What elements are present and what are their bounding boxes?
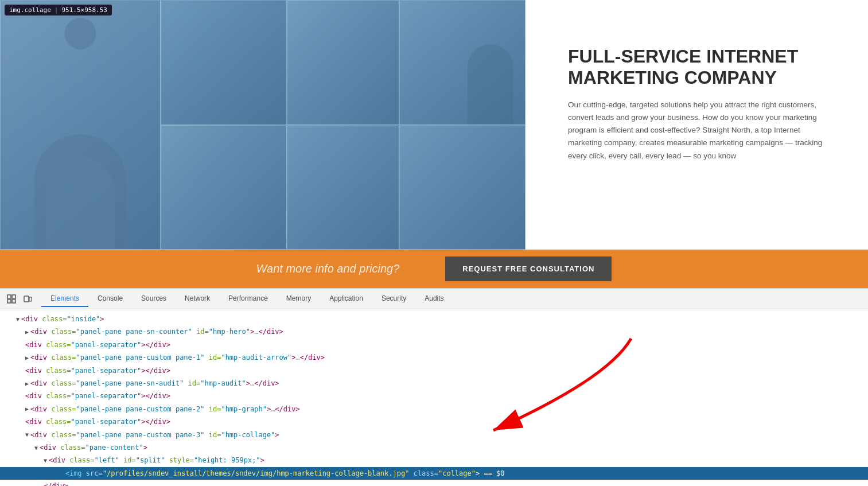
collage-cell-1 — [0, 0, 161, 250]
svg-rect-2 — [7, 300, 11, 303]
tab-sources[interactable]: Sources — [132, 291, 176, 307]
code-line-hmp-audit[interactable]: ▶<div class="panel-pane pane-sn-audit" i… — [0, 377, 868, 390]
code-line-hmp-audit-arrow[interactable]: ▶<div class="panel-pane pane-custom pane… — [0, 351, 868, 364]
tab-memory[interactable]: Memory — [277, 291, 320, 307]
right-content-panel: FULL-SERVICE INTERNET MARKETING COMPANY … — [551, 34, 849, 174]
description-text: Our cutting-edge, targeted solutions hel… — [568, 99, 832, 162]
tab-security[interactable]: Security — [372, 291, 415, 307]
code-line-sep-4[interactable]: <div class="panel-separator"></div> — [0, 415, 868, 428]
request-consultation-button[interactable]: REQUEST FREE CONSULTATION — [445, 256, 612, 281]
tab-network[interactable]: Network — [176, 291, 219, 307]
collage-section — [0, 0, 526, 250]
code-line-sep-3[interactable]: <div class="panel-separator"></div> — [0, 390, 868, 402]
devtools-panel: Elements Console Sources Network Perform… — [0, 288, 868, 486]
code-line-hmp-graph[interactable]: ▶<div class="panel-pane pane-custom pane… — [0, 403, 868, 415]
code-line-hmp-collage[interactable]: ▼<div class="panel-pane pane-custom pane… — [0, 429, 868, 441]
code-line-pane-content[interactable]: ▼<div class="pane-content"> — [0, 441, 868, 454]
code-line-img-collage[interactable]: <img src="/profiles/sndev_install/themes… — [0, 467, 868, 480]
devtools-code-panel: ▼<div class="inside"> ▶<div class="panel… — [0, 309, 868, 486]
main-heading: FULL-SERVICE INTERNET MARKETING COMPANY — [568, 46, 832, 88]
tooltip-element: img.collage — [9, 6, 51, 14]
devtools-tab-list: Elements Console Sources Network Perform… — [41, 291, 453, 307]
collage-cell-4 — [399, 0, 526, 125]
svg-rect-5 — [29, 297, 32, 301]
cta-text: Want more info and pricing? — [256, 262, 400, 275]
tab-console[interactable]: Console — [88, 291, 132, 307]
svg-rect-0 — [7, 295, 11, 298]
code-line-inside[interactable]: ▼<div class="inside"> — [0, 313, 868, 325]
svg-rect-1 — [12, 295, 15, 298]
collage-grid — [0, 0, 526, 250]
element-tooltip: img.collage | 951.5×958.53 — [5, 5, 112, 15]
tab-audits[interactable]: Audits — [415, 291, 453, 307]
code-line-left-split[interactable]: ▼<div class="left" id="split" style="hei… — [0, 454, 868, 466]
tab-elements[interactable]: Elements — [41, 291, 88, 307]
svg-rect-3 — [12, 300, 15, 303]
website-area: FULL-SERVICE INTERNET MARKETING COMPANY … — [0, 0, 868, 288]
devtools-toolbar: Elements Console Sources Network Perform… — [0, 289, 868, 309]
collage-cell-7 — [399, 125, 526, 250]
cta-bar: Want more info and pricing? REQUEST FREE… — [0, 250, 868, 288]
inspect-element-button[interactable] — [5, 292, 18, 306]
code-line-sep-1[interactable]: <div class="panel-separator"></div> — [0, 339, 868, 351]
svg-rect-4 — [24, 296, 29, 302]
code-line-close-left[interactable]: </div> — [0, 480, 868, 486]
collage-cell-6 — [287, 125, 399, 250]
tooltip-dimensions: 951.5×958.53 — [61, 6, 107, 14]
collage-cell-3 — [287, 0, 399, 125]
code-line-sep-2[interactable]: <div class="panel-separator"></div> — [0, 364, 868, 377]
collage-cell-5 — [161, 125, 287, 250]
device-mode-button[interactable] — [21, 292, 34, 306]
tab-application[interactable]: Application — [320, 291, 372, 307]
collage-cell-2 — [161, 0, 287, 125]
tab-performance[interactable]: Performance — [219, 291, 277, 307]
code-line-hmp-hero[interactable]: ▶<div class="panel-pane pane-sn-counter"… — [0, 325, 868, 338]
